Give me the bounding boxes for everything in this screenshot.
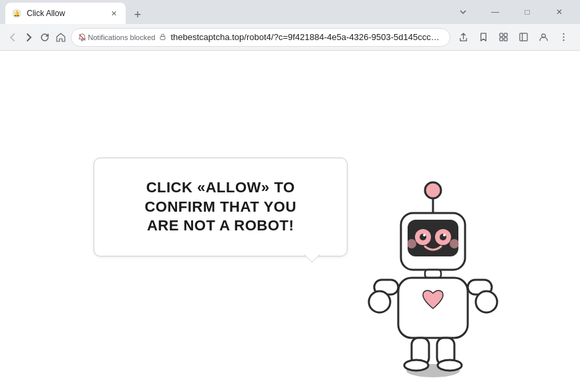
maximize-button[interactable]: □: [512, 0, 543, 24]
svg-point-13: [425, 182, 441, 198]
svg-point-22: [443, 234, 446, 236]
svg-rect-6: [520, 33, 527, 41]
sidebar-button[interactable]: [515, 28, 533, 47]
svg-point-11: [563, 39, 565, 41]
forward-button[interactable]: [23, 28, 35, 47]
active-tab[interactable]: 🔔 Click Allow ✕: [5, 3, 126, 24]
svg-point-9: [563, 33, 565, 35]
bubble-text: CLICK «ALLOW» TO CONFIRM THAT YOU ARE NO…: [121, 178, 320, 236]
bubble-line1: CLICK «ALLOW» TO CONFIRM THAT YOU: [144, 179, 296, 215]
svg-point-21: [423, 234, 426, 236]
tab-bar: 🔔 Click Allow ✕ +: [5, 0, 147, 24]
home-button[interactable]: [55, 28, 67, 47]
window-controls: — □ ✕: [448, 0, 575, 24]
svg-point-28: [369, 291, 390, 313]
speech-bubble: CLICK «ALLOW» TO CONFIRM THAT YOU ARE NO…: [94, 158, 347, 256]
chrome-menu-button[interactable]: [448, 0, 478, 24]
notification-blocked-icon: Notifications blocked: [78, 33, 156, 41]
title-bar: 🔔 Click Allow ✕ + — □ ✕: [0, 0, 580, 24]
toolbar: Notifications blocked thebestcaptcha.top…: [0, 24, 580, 51]
share-button[interactable]: [454, 28, 473, 47]
bubble-line2: ARE NOT A ROBOT!: [147, 217, 294, 234]
back-button[interactable]: [7, 28, 19, 47]
tab-favicon: 🔔: [12, 9, 21, 18]
close-button[interactable]: ✕: [544, 0, 575, 24]
reload-button[interactable]: [39, 28, 51, 47]
browser-frame: 🔔 Click Allow ✕ + — □ ✕: [0, 0, 580, 392]
notification-label: Notifications blocked: [88, 33, 156, 41]
svg-rect-1: [161, 37, 166, 40]
lock-icon: [159, 33, 166, 41]
robot-svg: [359, 165, 506, 379]
robot-illustration: [359, 165, 506, 379]
svg-rect-3: [504, 33, 508, 37]
menu-button[interactable]: [555, 28, 573, 47]
svg-rect-4: [500, 37, 503, 41]
svg-point-34: [438, 360, 462, 371]
tab-close-button[interactable]: ✕: [108, 8, 119, 19]
url-text: thebestcaptcha.top/robot4/?c=9f421884-4e…: [170, 32, 443, 42]
extensions-button[interactable]: [494, 28, 513, 47]
message-area: CLICK «ALLOW» TO CONFIRM THAT YOU ARE NO…: [94, 158, 347, 256]
bookmark-button[interactable]: [474, 28, 493, 47]
svg-rect-5: [504, 37, 508, 41]
toolbar-actions: [454, 28, 573, 47]
svg-rect-2: [500, 33, 503, 37]
svg-point-32: [404, 360, 428, 371]
page-content: CLICK «ALLOW» TO CONFIRM THAT YOU ARE NO…: [0, 51, 580, 392]
new-tab-button[interactable]: +: [128, 5, 147, 24]
svg-point-23: [407, 239, 416, 248]
svg-point-30: [476, 291, 497, 313]
address-bar[interactable]: Notifications blocked thebestcaptcha.top…: [71, 28, 450, 47]
svg-rect-25: [425, 270, 441, 278]
svg-point-24: [450, 239, 459, 248]
minimize-button[interactable]: —: [480, 0, 511, 24]
tab-title: Click Allow: [27, 9, 103, 18]
svg-point-10: [563, 36, 565, 37]
profile-button[interactable]: [535, 28, 553, 47]
